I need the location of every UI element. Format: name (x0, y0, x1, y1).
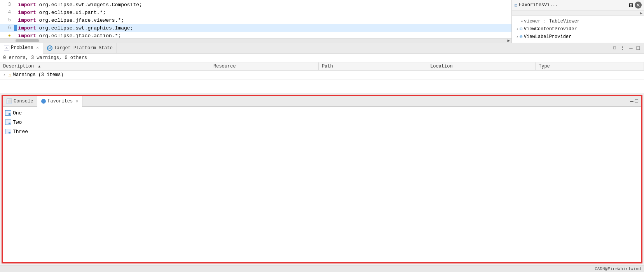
problems-status-text: 0 errors, 3 warnings, 0 others (3, 55, 87, 61)
favorites-minimize-icon[interactable]: — (630, 98, 633, 104)
fav-item-one-label: One (13, 110, 22, 116)
viewer-label: viewer : TableViewer (524, 19, 580, 24)
problems-row-warnings[interactable]: › ⚠ Warnings (3 items) (0, 71, 644, 80)
code-content: 3 import org.eclipse.swt.widgets.Composi… (0, 0, 511, 38)
problems-tab-close[interactable]: ✕ (37, 45, 39, 50)
code-editor: 3 import org.eclipse.swt.widgets.Composi… (0, 0, 512, 43)
warnings-location (427, 74, 536, 76)
favorites-tab-bar: ⬜ Console Favorites ✕ — □ (3, 96, 641, 107)
favorites-panel: ⬜ Console Favorites ✕ — □ One (2, 95, 642, 263)
favorites-content: One Two Three (3, 107, 641, 262)
problems-tab-icon: ⚠ (4, 45, 9, 50)
line-marker-4 (14, 9, 17, 16)
problems-status: 0 errors, 3 warnings, 0 others (0, 54, 644, 62)
right-pane: ☑ FavoritesVi... ⊞ ✕ ▶ ▪ viewer : TableV… (512, 0, 644, 43)
status-bar: CSDN@FireWhirlwind (0, 265, 644, 272)
line-number-4: 4 (2, 10, 11, 15)
tab-problems[interactable]: ⚠ Problems ✕ (0, 43, 43, 54)
problems-row-empty-1 (0, 80, 644, 88)
code-line-5: 5 import org.eclipse.jface.viewers.*; (0, 16, 511, 24)
viewcontentprovider-label: ViewContentProvider (524, 26, 577, 32)
scroll-right-arrow[interactable]: ▶ (507, 38, 511, 43)
warning-icon: ⚠ (9, 72, 12, 78)
fav-item-two[interactable]: Two (5, 118, 639, 127)
problems-filter-icon[interactable]: ⊟ (612, 44, 617, 52)
status-bar-text: CSDN@FireWhirlwind (595, 267, 641, 271)
right-pane-title: FavoritesVi... (519, 2, 558, 8)
code-scrollbar-h[interactable]: ▶ (0, 38, 511, 43)
right-pane-close-btn[interactable]: ✕ (635, 2, 642, 9)
tree-item-viewlabelprovider[interactable]: › ⊕ ViewLabelProvider (515, 33, 642, 41)
line-marker-6 (14, 25, 17, 31)
tree-item-viewer[interactable]: ▪ viewer : TableViewer (515, 17, 642, 25)
sort-arrow[interactable]: ▲ (38, 65, 40, 69)
line-number-3: 3 (2, 2, 11, 7)
right-pane-expand-btn[interactable]: ⊞ (629, 1, 633, 9)
col-header-type: Type (536, 62, 644, 70)
line-number-5: 5 (2, 17, 11, 23)
favorites-tab-icon (41, 99, 46, 104)
target-tab-icon: ⊙ (47, 45, 52, 51)
problems-viewmenu-icon[interactable]: ⋮ (619, 44, 627, 52)
problems-maximize-icon[interactable]: □ (635, 44, 641, 52)
favorites-tab-actions: — □ (630, 98, 641, 104)
fav-item-three-label: Three (13, 129, 28, 135)
code-text-7: import org.eclipse.jface.action.*; (18, 33, 121, 38)
expand-viewcontentprovider[interactable]: › (516, 27, 518, 31)
problems-panel: ⚠ Problems ✕ ⊙ Target Platform State ⊟ ⋮… (0, 43, 644, 93)
warnings-expand[interactable]: › (3, 73, 5, 77)
fav-item-two-label: Two (13, 120, 22, 125)
expand-viewlabelprovider[interactable]: › (516, 35, 518, 39)
code-text-6: import org.eclipse.swt.graphics.Image; (18, 25, 133, 31)
right-pane-content: ▪ viewer : TableViewer › ⊕ ViewContentPr… (512, 16, 644, 43)
top-section: 3 import org.eclipse.swt.widgets.Composi… (0, 0, 644, 43)
tab-target-platform[interactable]: ⊙ Target Platform State (43, 43, 117, 54)
col-header-location: Location (427, 62, 536, 70)
fav-item-three[interactable]: Three (5, 127, 639, 136)
code-line-7: ● import org.eclipse.jface.action.*; (0, 32, 511, 38)
warnings-description[interactable]: › ⚠ Warnings (3 items) (0, 71, 211, 79)
right-pane-header: ☑ FavoritesVi... ⊞ ✕ (512, 0, 644, 10)
class-icon-1: ⊕ (520, 26, 523, 32)
field-icon: ▪ (521, 19, 523, 24)
col-header-resource: Resource (210, 62, 319, 70)
problems-table-header: Description ▲ Resource Path Location Typ… (0, 62, 644, 71)
console-tab-icon: ⬜ (7, 99, 12, 104)
scroll-right-icon[interactable]: ▶ (640, 11, 642, 16)
line-marker-5 (14, 17, 17, 23)
warnings-resource (211, 74, 319, 76)
scrollbar-thumb-h[interactable] (16, 39, 39, 42)
col-header-description: Description ▲ (0, 62, 210, 70)
code-text-4: import org.eclipse.ui.part.*; (18, 10, 106, 16)
viewlabelprovider-label: ViewLabelProvider (524, 34, 571, 40)
fav-item-three-icon (5, 129, 11, 134)
code-text-3: import org.eclipse.swt.widgets.Composite… (18, 2, 142, 8)
right-pane-scrollbar-h[interactable]: ▶ (512, 10, 644, 16)
console-tab-label: Console (14, 99, 33, 104)
warnings-type (536, 74, 644, 76)
favorites-maximize-icon[interactable]: □ (635, 98, 638, 104)
fav-item-two-icon (5, 120, 11, 125)
target-tab-label: Target Platform State (54, 45, 113, 51)
code-scroll-area[interactable]: 3 import org.eclipse.swt.widgets.Composi… (0, 0, 511, 38)
tab-console[interactable]: ⬜ Console (3, 96, 37, 107)
problems-tab-actions: ⊟ ⋮ — □ (612, 44, 644, 52)
line-number-7: ● (2, 33, 11, 38)
line-marker-3 (14, 2, 17, 8)
problems-minimize-icon[interactable]: — (628, 44, 634, 52)
line-number-6: 6 (2, 25, 11, 31)
favorites-tab-close[interactable]: ✕ (76, 99, 78, 104)
class-icon-2: ⊕ (520, 34, 523, 40)
tree-item-viewcontentprovider[interactable]: › ⊕ ViewContentProvider (515, 25, 642, 33)
tab-favorites[interactable]: Favorites ✕ (37, 96, 82, 107)
line-marker-7 (14, 33, 17, 38)
fav-item-one[interactable]: One (5, 108, 639, 118)
favorites-tab-label: Favorites (47, 99, 73, 104)
code-line-6: 6 import org.eclipse.swt.graphics.Image; (0, 24, 511, 32)
problems-tab-bar: ⚠ Problems ✕ ⊙ Target Platform State ⊟ ⋮… (0, 43, 644, 54)
warnings-path (319, 74, 428, 76)
col-header-path: Path (319, 62, 427, 70)
problems-tab-label: Problems (11, 45, 33, 50)
favorites-view-icon: ☑ (515, 2, 517, 8)
fav-item-one-icon (5, 110, 11, 116)
